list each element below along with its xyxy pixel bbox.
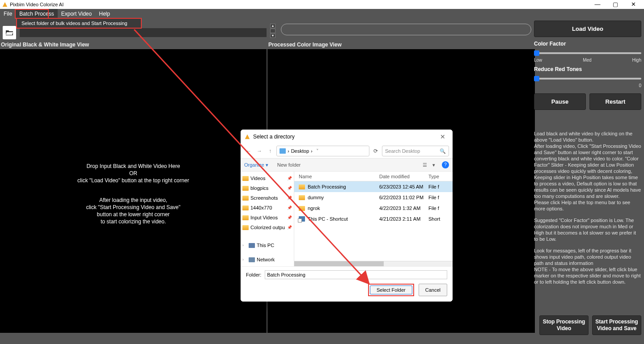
bottom-buttons: Stop Processing Video Start Processing V… <box>539 315 641 335</box>
select-directory-dialog: Select a directory ✕ ← → ↑ › Desktop › ˅… <box>241 130 453 302</box>
file-row[interactable]: This PC - Shortcut 4/21/2023 2:11 AM Sho… <box>294 214 453 224</box>
step-down-icon[interactable]: ▼ <box>270 34 275 38</box>
view-mode-dropdown-icon[interactable]: ▾ <box>429 162 438 168</box>
file-row[interactable]: Batch Processing 6/23/2023 12:45 AM File… <box>294 181 453 192</box>
color-factor-label: Color Factor <box>534 41 641 47</box>
reduce-red-label: Reduce Red Tones <box>534 66 641 72</box>
quick-access-item[interactable]: Screenshots📌 <box>241 193 294 203</box>
color-factor-slider[interactable] <box>534 52 641 54</box>
breadcrumb[interactable]: › Desktop › ˅ <box>276 146 369 156</box>
frame-stepper[interactable]: ▲ ▼ <box>270 24 275 38</box>
dialog-titlebar: Select a directory ✕ <box>241 130 453 144</box>
select-folder-button[interactable]: Select Folder <box>370 285 412 294</box>
dialog-title: Select a directory <box>253 134 295 140</box>
folder-icon <box>242 196 249 201</box>
quick-access-item[interactable]: Input Videos📌 <box>241 213 294 222</box>
right-sidebar: Load Video Color Factor LowMedHigh Reduc… <box>534 21 641 290</box>
menu-file[interactable]: File <box>0 9 16 19</box>
load-video-button[interactable]: Load Video <box>534 21 641 37</box>
reduce-red-thumb[interactable] <box>534 76 539 81</box>
folder-icon <box>299 206 305 211</box>
panel-original-label: Original Black & White Image View <box>0 40 267 49</box>
folder-icon <box>242 186 249 191</box>
horizontal-scrollbar[interactable] <box>294 261 453 266</box>
annotation-box-select-folder: Select Folder <box>368 284 414 296</box>
organize-menu[interactable]: Organize ▾ <box>244 162 268 168</box>
titlebar: Pixbim Video Colorize AI — ▢ ✕ <box>0 0 644 9</box>
folder-name-input[interactable] <box>265 270 447 279</box>
app-title: Pixbim Video Colorize AI <box>10 2 64 7</box>
reduce-red-slider[interactable] <box>534 78 641 80</box>
cancel-button[interactable]: Cancel <box>419 284 447 296</box>
breadcrumb-dropdown-icon[interactable]: ˅ <box>316 148 319 154</box>
help-text: Load black and white video by clicking o… <box>534 130 641 290</box>
folder-icon <box>242 215 249 220</box>
nav-back-icon[interactable]: ← <box>244 148 253 154</box>
folder-label: Folder: <box>246 272 261 277</box>
maximize-button[interactable]: ▢ <box>606 0 624 9</box>
dialog-nav: ← → ↑ › Desktop › ˅ ⟳ Search Desktop 🔍 <box>241 144 453 158</box>
network-item[interactable]: ›Network <box>241 255 294 264</box>
folder-icon <box>299 185 305 189</box>
panel-original: Original Black & White Image View Drop I… <box>0 40 267 344</box>
new-folder-button[interactable]: New folder <box>277 162 301 168</box>
nav-forward-icon[interactable]: → <box>255 148 264 154</box>
dialog-file-list: Name Date modified Type Batch Processing… <box>294 172 453 266</box>
menubar: File Batch Process Export Video Help <box>0 9 644 19</box>
pause-button[interactable]: Pause <box>534 93 586 110</box>
view-mode-icon[interactable]: ☰ <box>420 162 429 168</box>
dialog-help-icon[interactable]: ? <box>442 161 449 168</box>
minimize-button[interactable]: — <box>589 0 606 9</box>
color-factor-thumb[interactable] <box>534 50 539 56</box>
quick-access-item[interactable]: Videos📌 <box>241 173 294 183</box>
restart-button[interactable]: Restart <box>589 93 641 110</box>
original-view[interactable]: Drop Input Black and White Video HereORc… <box>0 49 267 333</box>
stop-processing-button[interactable]: Stop Processing Video <box>539 315 589 335</box>
folder-icon <box>242 206 249 210</box>
dialog-app-icon <box>244 134 250 140</box>
dialog-footer: Folder: Select Folder Cancel <box>241 266 453 302</box>
pc-icon <box>249 243 255 248</box>
dialog-toolbar: Organize ▾ New folder ☰ ▾ ? <box>241 158 453 172</box>
folder-open-icon <box>5 29 13 36</box>
list-header[interactable]: Name Date modified Type <box>294 172 453 181</box>
nav-up-icon[interactable]: ↑ <box>266 148 275 154</box>
step-mid-icon[interactable] <box>270 29 275 33</box>
desktop-icon <box>280 148 286 154</box>
menu-help[interactable]: Help <box>95 9 114 19</box>
app-icon <box>2 1 8 8</box>
file-row[interactable]: dummy 6/22/2023 11:02 PM File f <box>294 192 453 203</box>
open-file-button[interactable] <box>3 26 16 39</box>
network-icon <box>249 257 255 262</box>
step-up-icon[interactable]: ▲ <box>270 24 275 28</box>
quick-access-item[interactable]: 644x344📌 <box>241 203 294 213</box>
menu-export-video[interactable]: Export Video <box>58 9 96 19</box>
quick-access-item[interactable]: blogpics📌 <box>241 183 294 193</box>
panel-processed-label: Processed Color Image View <box>267 40 535 49</box>
dialog-sidebar: Videos📌blogpics📌Screenshots📌644x344📌Inp… <box>241 172 294 266</box>
color-factor-ticks: LowMedHigh <box>534 58 641 63</box>
search-icon: 🔍 <box>440 148 446 154</box>
quick-access-item[interactable]: Colorized outpu📌 <box>241 222 294 232</box>
folder-icon <box>299 195 305 200</box>
folder-icon <box>242 225 249 230</box>
shortcut-icon <box>299 216 305 222</box>
dialog-close-button[interactable]: ✕ <box>436 133 449 140</box>
file-row[interactable]: ngrok 4/22/2023 1:32 AM File f <box>294 203 453 214</box>
close-button[interactable]: ✕ <box>624 0 642 9</box>
reduce-red-ticks: 0 <box>534 83 641 88</box>
batch-dropdown-item[interactable]: Select folder of bulk videos and Start P… <box>16 18 142 29</box>
start-processing-button[interactable]: Start Processing Video and Save <box>592 315 641 335</box>
input-path-field[interactable] <box>20 28 267 37</box>
search-input[interactable]: Search Desktop 🔍 <box>382 146 449 156</box>
refresh-icon[interactable]: ⟳ <box>371 148 380 154</box>
this-pc-item[interactable]: ›This PC <box>241 240 294 250</box>
menu-batch-process[interactable]: Batch Process <box>16 9 57 19</box>
status-path-field[interactable] <box>281 24 531 35</box>
drop-instructions: Drop Input Black and White Video HereORc… <box>0 163 267 226</box>
folder-icon <box>242 176 249 181</box>
